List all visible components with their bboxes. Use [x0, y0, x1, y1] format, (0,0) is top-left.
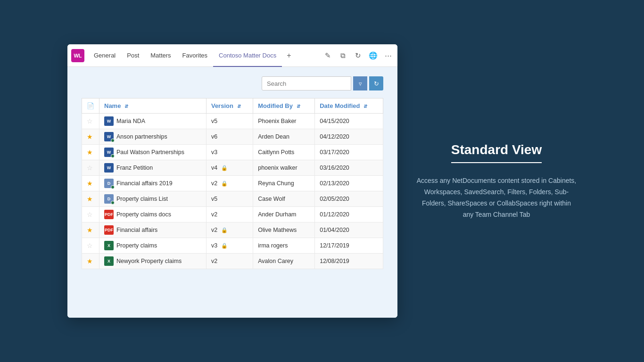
file-type-icon: PDF	[104, 210, 114, 219]
file-type-icon: PDF	[104, 225, 114, 235]
col-header-name[interactable]: Name ⇵	[99, 99, 206, 114]
version-cell: v3	[206, 145, 253, 160]
name-cell-inner: W Franz Petition	[104, 163, 201, 173]
doc-name[interactable]: Paul Watson Partnerships	[116, 149, 184, 156]
date-modified-cell: 02/13/2020	[315, 176, 383, 191]
search-filter-button[interactable]: ▿	[353, 76, 367, 90]
table-row[interactable]: ★ W Anson partnerships v6Arden Dean04/12…	[82, 129, 383, 145]
col-header-modified-by[interactable]: Modified By ⇵	[253, 99, 315, 114]
doc-name[interactable]: Newyork Property claims	[116, 258, 182, 264]
table-row[interactable]: ★ W Paul Watson Partnerships v3Caitlynn …	[82, 145, 383, 160]
version-cell: v6	[206, 129, 253, 145]
table-row[interactable]: ☆ PDF Property claims docs v2Ander Durha…	[82, 207, 383, 222]
table-row[interactable]: ☆ W Maria NDA v5Phoenix Baker04/15/2020	[82, 114, 383, 129]
standard-view-title: Standard View	[451, 142, 542, 164]
star-icon[interactable]: ★	[87, 195, 93, 203]
table-row[interactable]: ☆ X Property claims v3 🔒irma rogers12/17…	[82, 238, 383, 254]
content-area: ▿ ↻ 📄 Name ⇵	[67, 67, 397, 318]
date-modified-cell: 04/12/2020	[315, 129, 383, 145]
col-header-version[interactable]: Version ⇵	[206, 99, 253, 114]
name-cell-inner: X Newyork Property claims	[104, 256, 201, 266]
star-icon[interactable]: ★	[87, 133, 93, 140]
filter-icon: ▿	[359, 80, 362, 87]
refresh-icon[interactable]: ↻	[352, 50, 363, 61]
tab-matters[interactable]: Matters	[145, 44, 176, 67]
search-area: ▿ ↻	[82, 76, 383, 90]
modified-by-sort-icon: ⇵	[297, 104, 300, 109]
star-icon[interactable]: ★	[87, 226, 93, 234]
name-cell: W Paul Watson Partnerships	[99, 145, 206, 160]
file-linked-dot	[111, 154, 115, 158]
doc-name[interactable]: Property claims List	[116, 196, 168, 202]
file-type-icon: W	[104, 132, 114, 141]
doc-name[interactable]: Property claims	[116, 242, 157, 249]
name-cell-inner: D Property claims List	[104, 194, 201, 204]
table-row[interactable]: ★ X Newyork Property claims v2Avalon Car…	[82, 254, 383, 269]
table-row[interactable]: ★ D Financial affairs 2019 v2 🔒Reyna Chu…	[82, 176, 383, 191]
more-icon[interactable]: ⋯	[382, 50, 394, 61]
tab-favorites[interactable]: Favorites	[177, 44, 213, 67]
doc-name[interactable]: Property claims docs	[116, 211, 171, 218]
lock-icon: 🔒	[221, 227, 228, 233]
name-cell-inner: PDF Property claims docs	[104, 210, 201, 219]
expand-icon[interactable]: ⧉	[337, 50, 348, 61]
star-cell: ★	[82, 254, 99, 269]
version-cell: v4 🔒	[206, 160, 253, 176]
doc-name[interactable]: Financial affairs	[116, 227, 157, 233]
version-cell: v2	[206, 254, 253, 269]
name-cell-inner: PDF Financial affairs	[104, 225, 201, 235]
table-row[interactable]: ★ PDF Financial affairs v2 🔒Olive Mathew…	[82, 222, 383, 238]
star-icon[interactable]: ☆	[87, 242, 93, 249]
chat-icon[interactable]: ✎	[322, 50, 333, 61]
tab-bar-actions: ✎ ⧉ ↻ 🌐 ⋯	[322, 50, 394, 61]
doc-name[interactable]: Financial affairs 2019	[116, 180, 173, 187]
file-type-icon: W	[104, 116, 114, 126]
lock-icon: 🔒	[221, 181, 228, 186]
name-sort-icon: ⇵	[124, 104, 128, 109]
star-cell: ☆	[82, 160, 99, 176]
star-icon[interactable]: ★	[87, 257, 93, 265]
name-cell-inner: X Property claims	[104, 241, 201, 250]
teams-window: WL General Post Matters Favorites Contos…	[67, 44, 397, 318]
doc-name[interactable]: Maria NDA	[116, 118, 145, 124]
name-cell-inner: W Maria NDA	[104, 116, 201, 126]
lock-icon: 🔒	[221, 243, 228, 248]
name-cell: W Maria NDA	[99, 114, 206, 129]
globe-icon[interactable]: 🌐	[367, 50, 379, 61]
version-cell: v2 🔒	[206, 176, 253, 191]
version-cell: v3 🔒	[206, 238, 253, 254]
search-refresh-button[interactable]: ↻	[369, 76, 383, 90]
star-cell: ☆	[82, 114, 99, 129]
table-row[interactable]: ★ D Property claims List v5Case Wolf02/0…	[82, 191, 383, 207]
col-header-icon: 📄	[82, 99, 99, 114]
col-header-date-modified[interactable]: Date Modified ⇵	[315, 99, 383, 114]
name-cell: X Property claims	[99, 238, 206, 254]
tab-general[interactable]: General	[88, 44, 121, 67]
tab-add-button[interactable]: +	[282, 44, 296, 67]
tab-contoso-matter-docs[interactable]: Contoso Matter Docs	[213, 44, 282, 67]
doc-name[interactable]: Franz Petition	[116, 165, 153, 171]
star-cell: ★	[82, 176, 99, 191]
name-cell: PDF Financial affairs	[99, 222, 206, 238]
tab-post[interactable]: Post	[121, 44, 145, 67]
table-row[interactable]: ☆ W Franz Petition v4 🔒phoenix walker03/…	[82, 160, 383, 176]
version-cell: v2 🔒	[206, 222, 253, 238]
star-icon[interactable]: ☆	[87, 211, 93, 218]
search-input[interactable]	[262, 76, 351, 90]
doc-name[interactable]: Anson partnerships	[116, 133, 167, 140]
modified-by-cell: Case Wolf	[253, 191, 315, 207]
right-panel: Standard View Access any NetDocuments co…	[416, 142, 577, 221]
modified-by-cell: Olive Mathews	[253, 222, 315, 238]
modified-by-cell: irma rogers	[253, 238, 315, 254]
star-icon[interactable]: ★	[87, 180, 93, 187]
star-icon[interactable]: ★	[87, 148, 93, 156]
star-icon[interactable]: ☆	[87, 164, 93, 172]
date-modified-cell: 01/12/2020	[315, 207, 383, 222]
star-icon[interactable]: ☆	[87, 117, 93, 125]
version-cell: v5	[206, 191, 253, 207]
file-type-icon: X	[104, 256, 114, 266]
main-container: WL General Post Matters Favorites Contos…	[0, 0, 644, 362]
right-panel-title-wrapper: Standard View	[416, 142, 577, 168]
date-modified-cell: 04/15/2020	[315, 114, 383, 129]
lock-icon: 🔒	[221, 165, 228, 171]
